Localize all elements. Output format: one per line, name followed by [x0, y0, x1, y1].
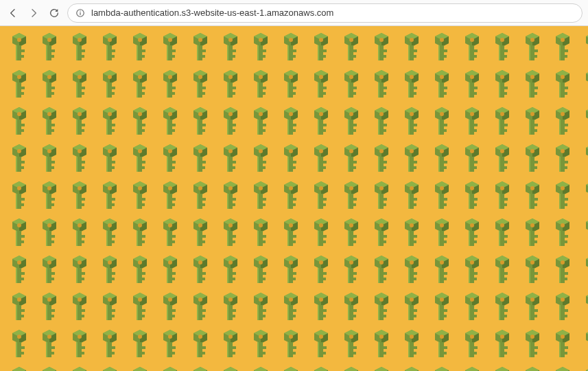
forward-button[interactable] — [26, 5, 41, 21]
reload-button[interactable] — [47, 5, 62, 21]
page-viewport — [0, 26, 588, 371]
url-input[interactable] — [91, 8, 575, 18]
arrow-left-icon — [8, 8, 19, 19]
browser-toolbar — [0, 0, 588, 26]
page-content-key-pattern — [0, 26, 588, 371]
site-info-icon[interactable] — [75, 8, 86, 19]
svg-rect-2 — [80, 10, 80, 11]
address-bar[interactable] — [67, 3, 583, 23]
arrow-right-icon — [28, 8, 39, 19]
back-button[interactable] — [5, 5, 21, 21]
reload-icon — [49, 8, 60, 19]
svg-rect-1 — [80, 12, 80, 14]
